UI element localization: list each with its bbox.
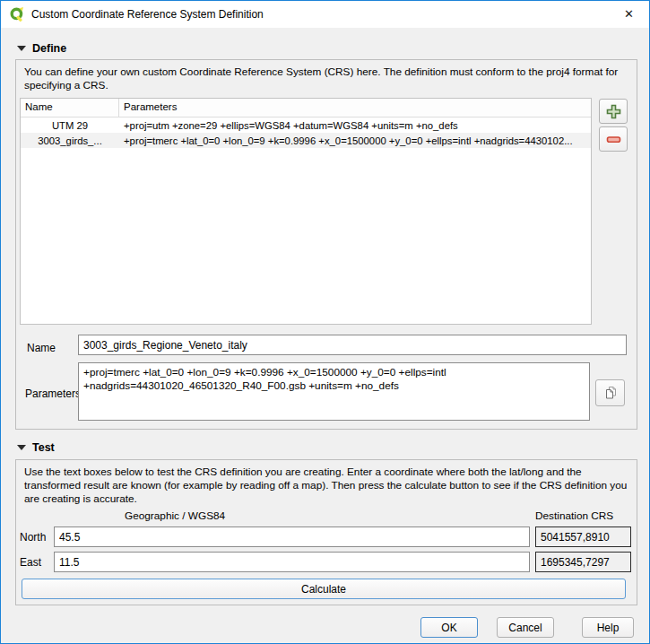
copy-parameters-button[interactable] [595, 379, 625, 406]
collapse-arrow-icon [17, 46, 26, 51]
ok-button[interactable]: OK [420, 617, 478, 638]
crs-name-cell: UTM 29 [21, 120, 119, 131]
title-bar: Custom Coordinate Reference System Defin… [1, 1, 649, 28]
crs-parameters-cell: +proj=utm +zone=29 +ellips=WGS84 +datum=… [119, 120, 591, 131]
add-crs-button[interactable] [599, 99, 628, 124]
minus-icon [606, 132, 621, 147]
close-button[interactable]: ✕ [609, 1, 649, 27]
column-header-parameters: Parameters [119, 99, 591, 117]
destination-crs-label: Destination CRS [535, 509, 613, 522]
collapse-arrow-icon [17, 445, 26, 450]
remove-crs-button[interactable] [599, 126, 628, 152]
east-input[interactable] [54, 552, 530, 572]
geographic-wgs84-label: Geographic / WGS84 [125, 509, 225, 522]
crs-table-header: Name Parameters [21, 99, 591, 117]
crs-name-cell: 3003_girds_... [21, 135, 119, 146]
crs-parameters-cell: +proj=tmerc +lat_0=0 +lon_0=9 +k=0.9996 … [119, 135, 591, 146]
crs-definition-dialog: Custom Coordinate Reference System Defin… [0, 0, 650, 644]
test-section-title: Test [32, 441, 55, 454]
table-row[interactable]: UTM 29 +proj=utm +zone=29 +ellips=WGS84 … [21, 117, 591, 133]
define-section-title: Define [32, 42, 66, 55]
table-row[interactable]: 3003_girds_... +proj=tmerc +lat_0=0 +lon… [21, 133, 591, 148]
test-description: Use the text boxes below to test the CRS… [24, 466, 632, 506]
window-title: Custom Coordinate Reference System Defin… [31, 8, 264, 21]
crs-parameters-textarea[interactable]: +proj=tmerc +lat_0=0 +lon_0=9 +k=0.9996 … [78, 362, 590, 421]
test-section-header[interactable]: Test [17, 440, 55, 455]
east-result-box: 1695345,7297 [535, 552, 631, 572]
north-label: North [20, 531, 46, 544]
define-groupbox: You can define your own custom Coordinat… [15, 59, 637, 430]
qgis-logo-icon [9, 6, 25, 22]
east-label: East [20, 556, 41, 569]
parameters-label: Parameters [25, 387, 81, 400]
cancel-button[interactable]: Cancel [497, 617, 554, 638]
name-label: Name [27, 342, 56, 354]
calculate-button[interactable]: Calculate [22, 579, 626, 599]
define-section-header[interactable]: Define [17, 41, 66, 56]
plus-icon [606, 104, 621, 119]
test-groupbox: Use the text boxes below to test the CRS… [15, 459, 637, 605]
define-description: You can define your own custom Coordinat… [24, 65, 632, 92]
crs-table: Name Parameters UTM 29 +proj=utm +zone=2… [20, 98, 592, 325]
column-header-name: Name [21, 99, 119, 117]
north-result-box: 5041557,8910 [535, 527, 631, 547]
crs-name-input[interactable] [78, 335, 627, 355]
close-icon: ✕ [624, 7, 634, 21]
north-input[interactable] [54, 527, 530, 547]
copy-icon [603, 386, 618, 400]
help-button[interactable]: Help [582, 617, 634, 638]
